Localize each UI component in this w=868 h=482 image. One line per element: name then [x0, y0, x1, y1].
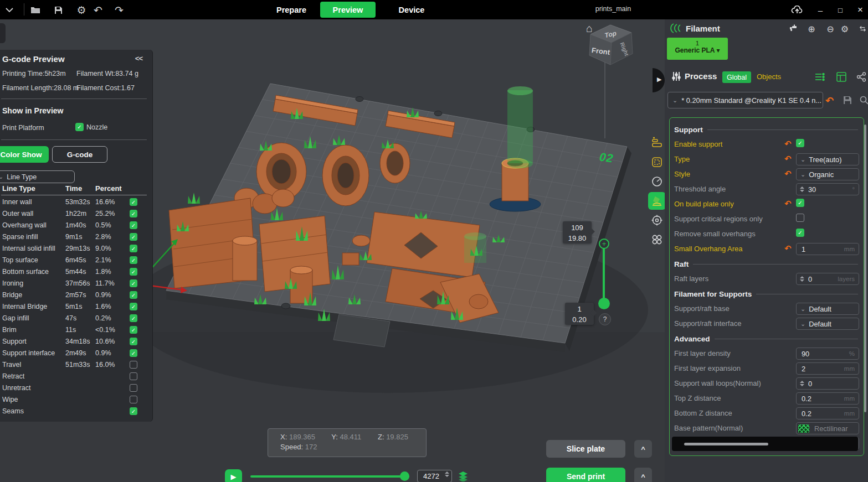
collapse-panel-button[interactable]: <<: [135, 54, 142, 63]
flush-faucet-icon[interactable]: [788, 23, 800, 34]
open-file-icon[interactable]: [29, 4, 42, 16]
panel-expand-handle[interactable]: ▶: [653, 68, 665, 94]
spin-arrows[interactable]: [800, 276, 804, 282]
spin-arrows[interactable]: [800, 381, 804, 386]
command-view-icon[interactable]: [648, 231, 666, 248]
line-type-visibility-checkbox[interactable]: ✓: [130, 279, 137, 287]
reset-setting-icon[interactable]: ↶: [784, 154, 792, 164]
line-type-visibility-checkbox[interactable]: ✓: [130, 349, 137, 357]
tab-prepare[interactable]: Prepare: [266, 0, 317, 19]
step-spinner[interactable]: [445, 471, 449, 477]
send-options-button[interactable]: ^: [634, 468, 652, 482]
setting-input[interactable]: 2mm: [796, 362, 859, 375]
line-type-visibility-checkbox[interactable]: ✓: [130, 338, 137, 345]
redo-icon[interactable]: ↷: [113, 4, 125, 16]
home-view-icon[interactable]: ⌂: [586, 22, 593, 35]
tab-global[interactable]: Global: [722, 71, 751, 83]
settings-gear-icon[interactable]: ⚙: [75, 4, 88, 16]
preset-dropdown[interactable]: ⌄ * 0.20mm Standard @Creality K1 SE 0.4 …: [667, 92, 823, 108]
vertical-scrollbar[interactable]: [864, 125, 866, 412]
scrollbar-thumb[interactable]: [684, 443, 768, 445]
setting-dropdown[interactable]: ⌄Organic: [796, 168, 859, 180]
plate-view-icon[interactable]: [648, 153, 666, 171]
speed-view-icon[interactable]: [648, 173, 666, 190]
line-type-visibility-checkbox[interactable]: ✓: [130, 256, 137, 264]
setting-dropdown[interactable]: ⌄Default: [796, 318, 859, 330]
collapsed-panel-stub[interactable]: [0, 23, 6, 43]
layers-icon[interactable]: [458, 470, 469, 482]
slice-options-button[interactable]: ^: [634, 440, 652, 458]
line-type-visibility-checkbox[interactable]: ✓: [130, 233, 137, 241]
line-type-visibility-checkbox[interactable]: [130, 384, 137, 392]
tab-objects[interactable]: Objects: [757, 72, 781, 81]
line-type-visibility-checkbox[interactable]: ✓: [130, 326, 137, 334]
setting-spinbox[interactable]: 0: [796, 377, 859, 390]
setting-input[interactable]: 0.2mm: [796, 392, 859, 405]
cloud-upload-icon[interactable]: [791, 4, 803, 16]
maximize-button[interactable]: □: [833, 3, 848, 17]
line-type-visibility-checkbox[interactable]: ✓: [130, 198, 137, 206]
tab-preview[interactable]: Preview: [320, 2, 376, 18]
line-type-visibility-checkbox[interactable]: ✓: [130, 291, 137, 299]
color-show-button[interactable]: Color Show: [0, 146, 49, 163]
setting-pattern-field[interactable]: Rectilinear: [796, 422, 859, 434]
layer-slider-track[interactable]: [603, 247, 605, 303]
line-type-visibility-checkbox[interactable]: ✓: [130, 245, 137, 252]
compare-icon[interactable]: [856, 72, 866, 84]
send-print-button[interactable]: Send print: [546, 468, 625, 482]
setting-input[interactable]: 1mm: [796, 243, 859, 255]
line-type-visibility-checkbox[interactable]: ✓: [130, 407, 137, 415]
line-type-visibility-checkbox[interactable]: ✓: [130, 210, 137, 217]
gcode-button[interactable]: G-code: [52, 146, 107, 163]
more-icon[interactable]: [860, 23, 867, 34]
add-filament-icon[interactable]: ⊕: [805, 23, 818, 34]
setting-checkbox[interactable]: ✓: [796, 229, 804, 237]
support-paint-icon[interactable]: [648, 192, 666, 210]
line-type-visibility-checkbox[interactable]: [130, 361, 137, 369]
nozzle-toggle[interactable]: ✓ Nozzle: [75, 123, 107, 131]
line-type-visibility-checkbox[interactable]: ✓: [130, 221, 137, 229]
setting-spinbox[interactable]: 0layers: [796, 273, 859, 285]
line-type-visibility-checkbox[interactable]: ✓: [130, 268, 137, 276]
close-button[interactable]: ×: [853, 3, 867, 17]
filament-slot[interactable]: 1 Generic PLA ▾: [667, 38, 728, 60]
filament-settings-icon[interactable]: ⚙: [839, 23, 851, 34]
undo-icon[interactable]: ↶: [92, 4, 104, 16]
preset-reset-icon[interactable]: ↶: [825, 95, 834, 107]
line-type-dropdown[interactable]: ⌄ Line Type: [0, 170, 75, 183]
setting-checkbox[interactable]: [796, 214, 804, 222]
setting-spinbox[interactable]: 30°: [796, 183, 859, 195]
reset-setting-icon[interactable]: ↶: [784, 169, 792, 179]
line-type-visibility-checkbox[interactable]: [130, 396, 137, 403]
spin-arrows[interactable]: [800, 186, 804, 192]
tab-device[interactable]: Device: [389, 0, 434, 19]
save-icon[interactable]: [52, 4, 64, 16]
setting-dropdown[interactable]: ⌄Tree(auto): [796, 153, 859, 165]
slice-plate-button[interactable]: Slice plate: [546, 440, 625, 458]
line-type-visibility-checkbox[interactable]: ✓: [130, 314, 137, 322]
simple-settings-icon[interactable]: [814, 72, 825, 84]
setting-input[interactable]: 0.2mm: [796, 407, 859, 419]
horizontal-scrollbar[interactable]: [672, 437, 858, 451]
reset-setting-icon[interactable]: ↶: [784, 243, 792, 253]
step-slider-thumb[interactable]: [400, 471, 409, 481]
help-button[interactable]: ?: [599, 313, 611, 325]
setting-input[interactable]: 90%: [796, 348, 859, 360]
line-type-visibility-checkbox[interactable]: [130, 372, 137, 380]
step-value-box[interactable]: 4272: [417, 470, 452, 482]
preset-search-icon[interactable]: [860, 96, 868, 106]
minimize-button[interactable]: –: [813, 3, 828, 17]
seam-view-icon[interactable]: [648, 211, 666, 229]
layers-view-icon[interactable]: [648, 134, 666, 152]
line-type-visibility-checkbox[interactable]: ✓: [130, 303, 137, 310]
reset-setting-icon[interactable]: ↶: [784, 139, 792, 149]
setting-checkbox[interactable]: ✓: [796, 199, 804, 207]
nozzle-checkbox[interactable]: ✓: [75, 123, 84, 131]
setting-checkbox[interactable]: ✓: [796, 139, 804, 147]
setting-dropdown[interactable]: ⌄Default: [796, 303, 859, 315]
layer-slider-top-handle[interactable]: +: [599, 239, 609, 249]
step-slider[interactable]: [250, 475, 409, 478]
remove-filament-icon[interactable]: ⊖: [824, 23, 836, 34]
reset-setting-icon[interactable]: ↶: [784, 199, 792, 209]
layer-slider-bottom-handle[interactable]: [598, 298, 610, 309]
